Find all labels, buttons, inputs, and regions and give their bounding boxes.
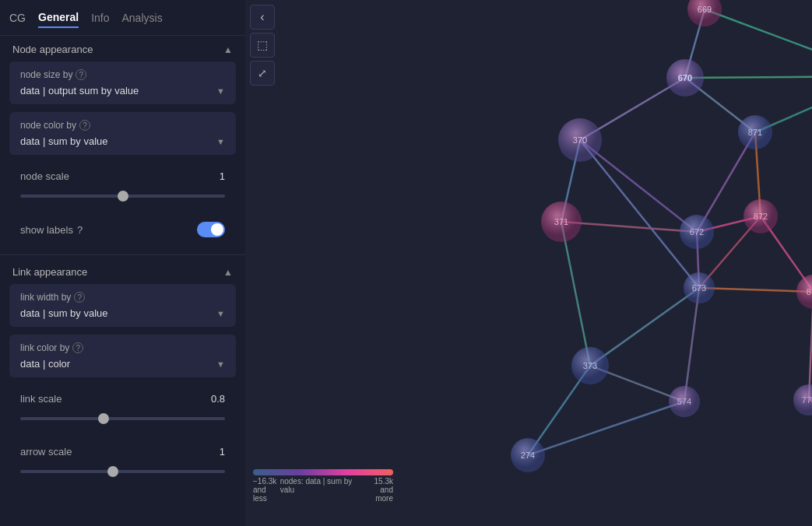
arrow-scale-label: arrow scale <box>20 446 72 458</box>
legend-gradient-bar <box>253 469 393 475</box>
graph-visualization[interactable]: 669 66 670 370 871 371 672 872 673 874 3… <box>245 0 812 526</box>
node-scale-value: 1 <box>220 170 225 182</box>
link-width-row: link width by ? <box>20 292 225 303</box>
show-labels-help-icon[interactable]: ? <box>77 224 83 236</box>
svg-line-16 <box>684 288 699 402</box>
svg-text:274: 274 <box>521 451 535 460</box>
arrow-scale-value: 1 <box>220 446 225 458</box>
link-color-label: link color by ? <box>20 342 83 353</box>
show-labels-label: show labels ? <box>20 224 83 236</box>
svg-text:669: 669 <box>698 5 712 14</box>
arrow-scale-control: arrow scale 1 <box>9 438 236 483</box>
legend-right: 15.3k and more <box>363 477 393 503</box>
svg-line-11 <box>561 222 590 366</box>
svg-text:673: 673 <box>692 283 706 293</box>
legend-left: −16.3k and less <box>253 477 280 503</box>
node-size-label: node size by ? <box>20 69 86 80</box>
svg-line-15 <box>590 288 699 366</box>
node-scale-control: node scale 1 <box>9 163 236 208</box>
svg-text:371: 371 <box>554 217 568 226</box>
svg-line-0 <box>705 9 812 76</box>
node-scale-label: node scale <box>20 170 69 182</box>
link-appearance-title: Link appearance <box>12 266 87 278</box>
select-button[interactable]: ⬚ <box>250 33 275 58</box>
link-scale-slider[interactable] <box>20 417 225 420</box>
svg-line-31 <box>685 76 812 78</box>
tabs: CG General Info Analysis <box>0 0 245 36</box>
svg-text:373: 373 <box>583 361 597 370</box>
link-color-value[interactable]: data | color ▼ <box>20 358 225 370</box>
link-color-help-icon[interactable]: ? <box>72 342 83 353</box>
node-size-card: node size by ? data | output sum by valu… <box>9 61 236 104</box>
node-color-card: node color by ? data | sum by value ▼ <box>9 112 236 155</box>
node-appearance-title: Node appearance <box>12 44 93 55</box>
svg-text:574: 574 <box>677 397 691 406</box>
link-width-value[interactable]: data | sum by value ▼ <box>20 307 225 319</box>
tab-general[interactable]: General <box>38 8 79 28</box>
svg-line-17 <box>699 288 812 292</box>
show-labels-control: show labels ? <box>9 216 236 244</box>
svg-text:670: 670 <box>678 73 692 82</box>
arrow-scale-header: arrow scale 1 <box>20 446 225 458</box>
link-appearance-chevron: ▲ <box>223 267 233 278</box>
back-icon: ‹ <box>260 10 264 24</box>
link-width-dropdown-icon: ▼ <box>216 309 225 318</box>
node-color-help-icon[interactable]: ? <box>79 120 90 131</box>
legend-labels: −16.3k and less nodes: data | sum by val… <box>253 477 393 503</box>
divider-1 <box>0 254 245 255</box>
color-legend: −16.3k and less nodes: data | sum by val… <box>253 469 393 503</box>
node-size-dropdown-icon: ▼ <box>216 86 225 96</box>
legend-middle: nodes: data | sum by valu <box>280 477 363 503</box>
select-icon: ⬚ <box>257 38 268 52</box>
svg-line-27 <box>580 140 699 288</box>
tab-analysis[interactable]: Analysis <box>122 9 163 27</box>
graph-toolbar: ‹ ⬚ ⤢ <box>250 5 275 86</box>
back-button[interactable]: ‹ <box>250 5 275 30</box>
link-scale-header: link scale 0.8 <box>20 393 225 405</box>
svg-text:874: 874 <box>807 287 812 296</box>
tab-info[interactable]: Info <box>91 9 109 27</box>
svg-text:672: 672 <box>690 227 704 237</box>
expand-button[interactable]: ⤢ <box>250 61 275 86</box>
node-appearance-header[interactable]: Node appearance ▲ <box>0 36 245 61</box>
link-color-dropdown-icon: ▼ <box>216 359 225 369</box>
node-size-row: node size by ? <box>20 69 225 80</box>
svg-text:370: 370 <box>573 135 587 145</box>
node-color-row: node color by ? <box>20 120 225 131</box>
link-color-row: link color by ? <box>20 342 225 353</box>
link-scale-value: 0.8 <box>211 393 225 405</box>
tab-cg[interactable]: CG <box>9 9 26 27</box>
left-panel: CG General Info Analysis Node appearance… <box>0 0 245 526</box>
svg-line-25 <box>528 402 684 455</box>
node-color-value[interactable]: data | sum by value ▼ <box>20 135 225 147</box>
node-color-dropdown-icon: ▼ <box>216 137 225 146</box>
right-panel: ‹ ⬚ ⤢ <box>245 0 812 526</box>
link-appearance-header[interactable]: Link appearance ▲ <box>0 258 245 284</box>
link-scale-label: link scale <box>20 393 62 405</box>
expand-icon: ⤢ <box>258 67 267 79</box>
svg-line-9 <box>580 140 697 232</box>
node-color-label: node color by ? <box>20 120 90 131</box>
link-scale-control: link scale 0.8 <box>9 385 236 430</box>
node-scale-slider[interactable] <box>20 195 225 198</box>
node-scale-header: node scale 1 <box>20 170 225 182</box>
svg-text:872: 872 <box>754 212 768 221</box>
link-width-label: link width by ? <box>20 292 85 303</box>
svg-text:871: 871 <box>748 128 762 137</box>
node-size-help-icon[interactable]: ? <box>76 69 86 80</box>
arrow-scale-slider[interactable] <box>20 470 225 473</box>
svg-text:775: 775 <box>802 395 812 405</box>
node-appearance-chevron: ▲ <box>223 44 233 55</box>
svg-line-10 <box>561 222 697 232</box>
link-width-help-icon[interactable]: ? <box>74 292 85 303</box>
show-labels-toggle[interactable] <box>197 222 225 237</box>
node-size-value[interactable]: data | output sum by value ▼ <box>20 85 225 96</box>
link-width-card: link width by ? data | sum by value ▼ <box>9 284 236 327</box>
link-color-card: link color by ? data | color ▼ <box>9 335 236 377</box>
